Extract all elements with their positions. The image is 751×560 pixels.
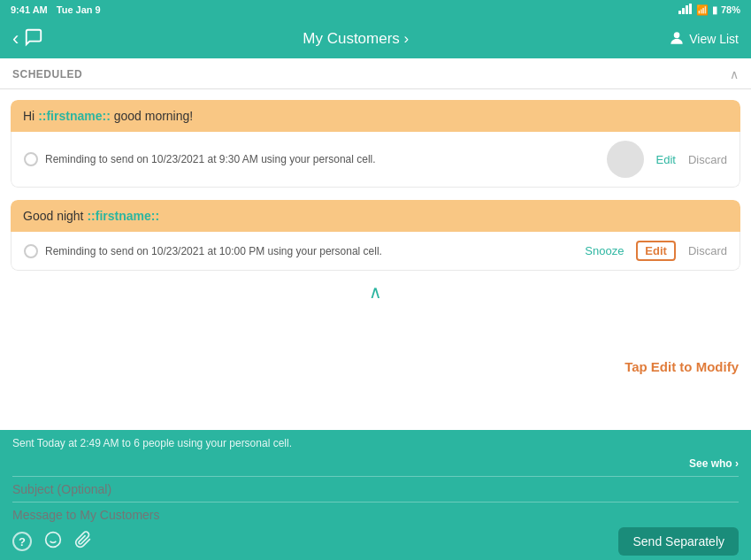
help-icon[interactable]: ? (12, 532, 32, 551)
battery-percent: 78% (721, 4, 740, 15)
status-bar: 9:41 AM Tue Jan 9 📶 ▮ 78% (0, 0, 751, 19)
discard-button-1[interactable]: Discard (688, 153, 727, 166)
see-who-link[interactable]: See who › (689, 457, 739, 470)
bubble-text-1: good morning! (114, 109, 194, 123)
app-header: ‹ My Customers › View List (0, 19, 751, 58)
attachment-icon[interactable] (74, 531, 92, 553)
person-icon (668, 29, 686, 50)
wifi-icon: 📶 (696, 4, 709, 16)
reminder-text-2: Reminding to send on 10/23/2021 at 10:00… (45, 245, 382, 257)
firstname-tag-1: ::firstname:: (38, 109, 111, 123)
message-bubble-1: Hi ::firstname:: good morning! (11, 100, 740, 132)
scheduled-label: SCHEDULED (12, 68, 82, 81)
reminder-left-1: Reminding to send on 10/23/2021 at 9:30 … (24, 152, 376, 166)
reminder-left-2: Reminding to send on 10/23/2021 at 10:00… (24, 244, 382, 258)
message-reminder-1: Reminding to send on 10/23/2021 at 9:30 … (11, 132, 740, 188)
svg-rect-0 (678, 11, 681, 14)
collapse-chevron[interactable]: ∧ (0, 271, 751, 313)
svg-rect-3 (689, 4, 692, 14)
reminder-circle-2 (24, 244, 38, 258)
status-bar-left: 9:41 AM Tue Jan 9 (11, 4, 101, 15)
main-content: SCHEDULED ∧ Hi ::firstname:: good mornin… (0, 58, 751, 430)
svg-point-5 (46, 532, 61, 547)
divider-2 (12, 502, 739, 502)
view-list-label[interactable]: View List (689, 32, 739, 46)
subject-input[interactable] (12, 482, 739, 496)
message-card-1: Hi ::firstname:: good morning! Reminding… (11, 100, 740, 188)
back-icon[interactable]: ‹ (12, 27, 19, 50)
divider-1 (12, 476, 739, 477)
send-separately-button[interactable]: Send Separately (618, 527, 739, 556)
status-date: Tue Jan 9 (57, 4, 101, 15)
sent-info: Sent Today at 2:49 AM to 6 people using … (12, 437, 292, 449)
battery-icon: ▮ (712, 4, 717, 16)
status-bar-right: 📶 ▮ 78% (678, 4, 740, 16)
avatar-1 (607, 141, 644, 178)
svg-point-4 (674, 32, 680, 38)
message-actions-1: Edit Discard (607, 141, 727, 178)
chat-icon[interactable] (24, 27, 43, 51)
chevron-up-icon: ∧ (369, 282, 382, 302)
edit-button-1[interactable]: Edit (656, 153, 676, 166)
message-card-2: Good night ::firstname:: Reminding to se… (11, 200, 740, 271)
bottom-icons: ? (12, 531, 92, 553)
firstname-tag-2: ::firstname:: (87, 209, 159, 223)
header-title[interactable]: My Customers › (303, 30, 409, 48)
edit-button-2[interactable]: Edit (636, 241, 676, 261)
message-input[interactable] (12, 508, 739, 522)
header-left: ‹ (12, 27, 43, 51)
reminder-circle-1 (24, 152, 38, 166)
svg-rect-1 (682, 8, 685, 14)
header-right: View List (668, 29, 739, 50)
bottom-section: Sent Today at 2:49 AM to 6 people using … (0, 430, 751, 560)
message-actions-2: Snooze Edit Discard (585, 241, 727, 261)
discard-button-2[interactable]: Discard (688, 244, 727, 257)
snooze-button-2[interactable]: Snooze (585, 244, 624, 257)
scheduled-header: SCHEDULED ∧ (0, 58, 751, 89)
bottom-toolbar: ? Send Separately (12, 527, 739, 556)
signal-icon (678, 4, 693, 16)
message-reminder-2: Reminding to send on 10/23/2021 at 10:00… (11, 232, 740, 271)
message-bubble-2: Good night ::firstname:: (11, 200, 740, 232)
scheduled-collapse-icon[interactable]: ∧ (730, 67, 739, 81)
svg-rect-2 (686, 5, 688, 14)
tap-edit-annotation: Tap Edit to Modify (625, 359, 739, 374)
reminder-text-1: Reminding to send on 10/23/2021 at 9:30 … (45, 153, 376, 165)
status-time: 9:41 AM (11, 4, 48, 15)
emoji-icon[interactable] (44, 531, 62, 553)
